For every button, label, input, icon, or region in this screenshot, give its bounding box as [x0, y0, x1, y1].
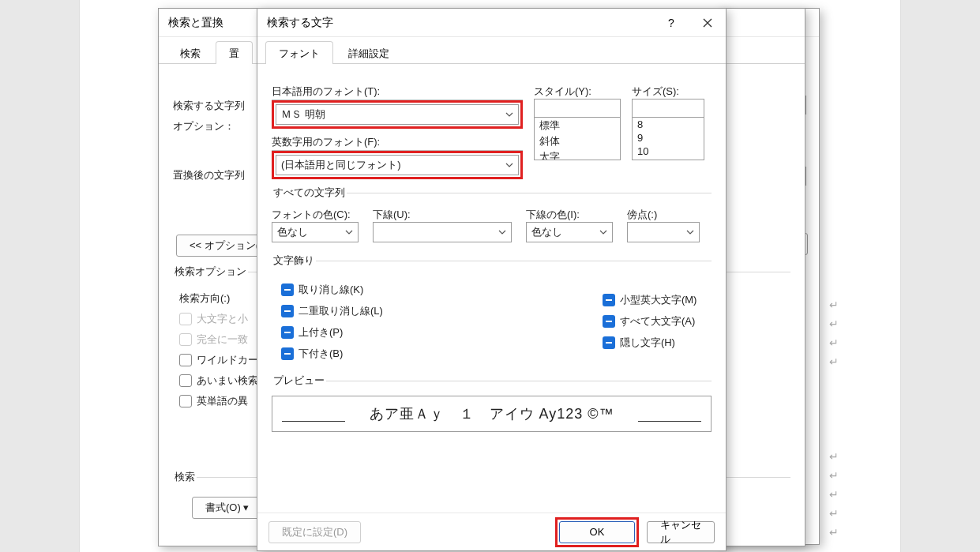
underline-color-label: 下線の色(I): [526, 208, 613, 222]
checkbox[interactable] [179, 395, 192, 407]
para-mark: ↵ [829, 355, 839, 370]
direction-label: 検索方向(:) [179, 291, 230, 306]
tab-advanced[interactable]: 詳細設定 [335, 41, 403, 64]
checkbox[interactable] [179, 374, 192, 387]
tristate-checkbox[interactable] [603, 294, 615, 306]
chevron-down-icon [505, 163, 513, 167]
font-color-value: 色なし [277, 225, 308, 239]
size-listbox[interactable]: 8 9 10 [632, 118, 704, 160]
preview-rule [282, 421, 345, 422]
jp-font-highlight: ＭＳ 明朝 [272, 100, 523, 129]
underline-label: 下線(U): [373, 208, 512, 222]
tab-row: フォント 詳細設定 [257, 37, 726, 64]
dialog-title: 検索する文字 [267, 16, 333, 30]
para-mark: ↵ [829, 488, 839, 502]
para-mark: ↵ [829, 450, 839, 464]
jp-font-label: 日本語用のフォント(T): [272, 84, 523, 100]
style-listbox[interactable]: 標準 斜体 太字 [534, 118, 621, 160]
search-legend: 検索 [173, 470, 197, 484]
style-label: スタイル(Y): [534, 84, 621, 99]
jp-font-value: ＭＳ 明朝 [281, 107, 325, 122]
list-item[interactable]: 10 [633, 145, 704, 158]
small-caps-label: 小型英大文字(M) [620, 293, 697, 307]
tristate-checkbox[interactable] [603, 315, 615, 328]
tristate-checkbox[interactable] [281, 305, 294, 317]
checkbox [179, 333, 192, 346]
list-item[interactable]: 8 [633, 118, 704, 131]
checkbox [179, 313, 192, 325]
wildcard-checkbox-label: ワイルドカー [197, 353, 258, 367]
para-mark: ↵ [829, 317, 839, 332]
preview-group: プレビュー あア亜Ａｙ １ アイウ Ay123 ©™ [272, 374, 712, 437]
hidden-label: 隠し文字(H) [620, 336, 675, 350]
list-item[interactable]: 9 [633, 131, 704, 145]
double-strike-label: 二重取り消し線(L) [299, 304, 383, 318]
font-color-label: フォントの色(C): [272, 208, 359, 222]
fuzzy-checkbox-label: あいまい検索 [197, 374, 258, 388]
para-mark: ↵ [829, 507, 839, 521]
close-button[interactable] [689, 9, 726, 37]
case-checkbox-label: 大文字と小 [197, 312, 248, 326]
dialog-title: 検索と置換 [168, 16, 223, 30]
tristate-checkbox[interactable] [603, 336, 615, 349]
ok-button[interactable]: OK [559, 521, 635, 543]
para-mark: ↵ [829, 299, 839, 313]
en-font-value: (日本語用と同じフォント) [281, 158, 401, 172]
list-item[interactable]: 太字 [535, 149, 620, 160]
chevron-down-icon [505, 112, 513, 117]
emphasis-combo[interactable] [627, 222, 700, 242]
ok-highlight: OK [555, 517, 639, 547]
en-font-label: 英数字用のフォント(F): [272, 135, 523, 151]
cancel-button[interactable]: キャンセル [647, 521, 715, 543]
style-input[interactable] [534, 99, 621, 118]
jp-font-combo[interactable]: ＭＳ 明朝 [276, 104, 519, 125]
search-options-legend: 検索オプション [173, 265, 248, 279]
font-dialog: 検索する文字 ? フォント 詳細設定 日本語用のフォント(T): ＭＳ 明朝 英… [257, 8, 727, 551]
dialog-footer: 既定に設定(D) OK キャンセル [257, 513, 726, 550]
all-text-group: すべての文字列 フォントの色(C): 色なし 下線(U): [272, 186, 712, 247]
format-button[interactable]: 書式(O) ▾ [192, 497, 262, 519]
superscript-label: 上付き(P) [299, 325, 343, 340]
size-label: サイズ(S): [632, 84, 704, 99]
en-font-combo[interactable]: (日本語用と同じフォント) [276, 155, 519, 175]
page-paragraph-marks: ↵ ↵ ↵ ↵ ↵ ↵ ↵ ↵ ↵ [829, 0, 900, 552]
chevron-down-icon [345, 230, 353, 235]
english-word-checkbox-label: 英単語の異 [197, 394, 248, 408]
tristate-checkbox[interactable] [281, 284, 294, 296]
decoration-legend: 文字飾り [272, 253, 316, 268]
tristate-checkbox[interactable] [281, 347, 294, 360]
exact-checkbox-label: 完全に一致 [197, 332, 248, 347]
underline-color-combo[interactable]: 色なし [526, 222, 613, 242]
tristate-checkbox[interactable] [281, 326, 294, 339]
decoration-group: 文字飾り 取り消し線(K) 二重取り消し線(L) 上付き(P) 下付き(B) 小… [272, 253, 712, 370]
para-mark: ↵ [829, 469, 839, 483]
subscript-label: 下付き(B) [299, 347, 343, 361]
size-input[interactable] [632, 99, 704, 118]
close-icon [703, 18, 712, 28]
preview-legend: プレビュー [272, 374, 326, 388]
strike-label: 取り消し線(K) [299, 283, 363, 297]
all-caps-label: すべて大文字(A) [620, 314, 695, 329]
emphasis-label: 傍点(:) [627, 208, 700, 222]
tab-font[interactable]: フォント [265, 41, 333, 64]
preview-text: あア亜Ａｙ １ アイウ Ay123 ©™ [370, 404, 614, 423]
tab-replace[interactable]: 置 [216, 41, 253, 64]
checkbox[interactable] [179, 354, 192, 366]
para-mark: ↵ [829, 526, 839, 540]
en-font-highlight: (日本語用と同じフォント) [272, 151, 523, 179]
list-item[interactable]: 斜体 [535, 133, 620, 149]
chevron-down-icon [498, 230, 506, 235]
underline-color-value: 色なし [531, 225, 562, 239]
list-item[interactable]: 標準 [535, 118, 620, 133]
chevron-down-icon [686, 230, 694, 235]
chevron-down-icon [599, 230, 607, 235]
tab-search[interactable]: 検索 [167, 41, 214, 64]
preview-rule [638, 421, 701, 422]
all-text-legend: すべての文字列 [272, 186, 347, 200]
underline-combo[interactable] [373, 222, 512, 242]
help-button[interactable]: ? [653, 9, 689, 37]
preview-box: あア亜Ａｙ １ アイウ Ay123 ©™ [272, 396, 712, 432]
set-default-button: 既定に設定(D) [268, 521, 361, 543]
font-color-combo[interactable]: 色なし [272, 222, 359, 242]
para-mark: ↵ [829, 336, 839, 351]
